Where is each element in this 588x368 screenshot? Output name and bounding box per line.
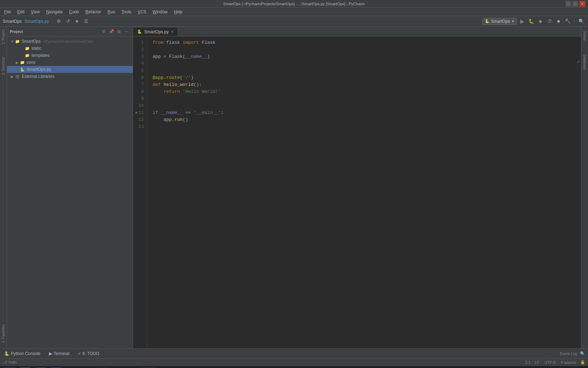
toolbar-separator-1 <box>52 18 52 25</box>
sview-strip-label[interactable]: SView <box>583 28 587 43</box>
tree-root[interactable]: ▼ 📁 SmartOps ~/PycharmProjects/SmartOps <box>7 38 133 45</box>
tree-templates[interactable]: 📁 templates <box>7 52 133 59</box>
tree-templates-label: templates <box>31 53 50 58</box>
search-everywhere-button[interactable]: 🔍 <box>578 18 585 25</box>
project-name-label: SmartOps <box>3 19 22 24</box>
settings-button[interactable]: ⚙ <box>55 18 63 25</box>
code-line-8: return 'Hello World!' <box>153 88 575 95</box>
menu-run[interactable]: Run <box>105 9 118 15</box>
menu-edit[interactable]: Edit <box>14 9 27 15</box>
build-button[interactable]: 🔨 <box>564 18 572 25</box>
event-log-label[interactable]: Event Log <box>560 352 577 356</box>
line-num-11-with-arrow: ▶ 11 <box>133 109 144 116</box>
maximize-button[interactable]: □ <box>573 1 578 7</box>
venv-folder-icon: 📁 <box>20 60 25 65</box>
database-strip-label[interactable]: Database <box>583 52 587 73</box>
title-bar: SmartOps [~/PycharmProjects/SmartOps] - … <box>0 0 588 8</box>
search-icon[interactable]: 🔍 <box>580 351 585 356</box>
tree-venv-label: venv <box>27 60 35 65</box>
menu-view[interactable]: View <box>28 9 43 15</box>
root-path-label: ~/PycharmProjects/SmartOps <box>42 39 93 43</box>
debug-button[interactable]: 🐛 <box>527 18 535 25</box>
run-config-icon: 🐍 <box>485 19 490 23</box>
tree-venv[interactable]: ▶ 📁 venv <box>7 59 133 66</box>
project-panel-header: Project ⚙ 📌 ⊞ ─ <box>7 27 133 36</box>
sync-button[interactable]: ↺ <box>64 18 72 25</box>
code-line-3: app = Flask(__name__) <box>153 53 575 60</box>
venv-arrow-icon: ▶ <box>15 61 20 64</box>
cursor-position-label: 2:1 <box>525 360 531 364</box>
favorites-strip-label[interactable]: 2: Favorites <box>1 322 5 346</box>
project-strip-label[interactable]: 1: Project <box>1 27 5 47</box>
stop-button[interactable]: ■ <box>555 18 562 25</box>
menu-window[interactable]: Window <box>150 9 170 15</box>
code-content[interactable]: from flask import Flask app = Flask(__na… <box>147 36 581 348</box>
line-num-5: 5 <box>133 67 144 74</box>
tab-close-button[interactable]: ✕ <box>171 30 174 34</box>
tree-smartops-py[interactable]: 🐍 SmartOps.py <box>7 66 133 73</box>
indent-label: 4 spaces <box>561 360 576 364</box>
ext-libs-arrow-icon: ▶ <box>10 75 15 79</box>
terminal-icon: ▶ <box>49 351 52 356</box>
bottom-bar: 🐍 Python Console ▶ Terminal ✓ 6: TODO Ev… <box>0 348 588 358</box>
project-collapse-button[interactable]: ─ <box>124 28 130 35</box>
tree-static[interactable]: 📁 static <box>7 45 133 52</box>
python-console-icon: 🐍 <box>4 351 9 356</box>
minimize-button[interactable]: ─ <box>566 1 571 7</box>
project-gear-button[interactable]: ⚙ <box>100 28 107 35</box>
git-branch-label: ⎇ main <box>3 360 17 364</box>
tab-smartops-py[interactable]: 🐍 SmartOps.py ✕ <box>133 27 178 36</box>
line-num-3: 3 <box>133 53 144 60</box>
code-line-9 <box>153 95 575 102</box>
menu-help[interactable]: Help <box>171 9 186 15</box>
line-num-10: 10 <box>133 102 144 109</box>
menu-vcs[interactable]: VCS <box>135 9 149 15</box>
window-controls: ─ □ ✕ <box>566 1 585 7</box>
line-numbers: 1 2 3 4 5 6 7 8 9 10 ▶ 11 12 13 <box>133 36 147 348</box>
project-file-label: SmartOps.py <box>24 19 49 24</box>
todo-tab[interactable]: ✓ 6: TODO <box>76 350 101 357</box>
code-line-6: @app.route('/') <box>153 74 575 81</box>
tree-root-label: SmartOps <box>22 39 41 44</box>
root-arrow-icon: ▼ <box>10 40 15 43</box>
code-line-2 <box>153 46 575 53</box>
window-title: SmartOps [~/PycharmProjects/SmartOps] - … <box>223 2 365 6</box>
code-line-7: def hello_world(): <box>153 81 575 88</box>
structure-strip-label[interactable]: 2: Structure <box>1 54 5 78</box>
code-line-5 <box>153 67 575 74</box>
project-expand-button[interactable]: ⊞ <box>116 28 122 35</box>
code-editor[interactable]: 1 2 3 4 5 6 7 8 9 10 ▶ 11 12 13 <box>133 36 581 348</box>
coverage-button[interactable]: ◈ <box>537 18 544 25</box>
tab-label: SmartOps.py <box>144 29 169 34</box>
editor-area: 🐍 SmartOps.py ✕ 1 2 3 4 5 6 7 8 9 10 ▶ <box>133 27 581 348</box>
todo-icon: ✓ <box>78 351 81 356</box>
run-button[interactable]: ▶ <box>518 18 526 25</box>
layout-button[interactable]: ☰ <box>82 18 90 25</box>
readonly-icon: 🔓 <box>580 360 585 364</box>
smartops-py-icon: 🐍 <box>20 67 25 72</box>
terminal-tab[interactable]: ▶ Terminal <box>48 350 71 357</box>
bookmark-button[interactable]: ★ <box>73 18 81 25</box>
run-gutter-icon[interactable]: ▶ <box>135 109 138 116</box>
root-folder-icon: 📁 <box>15 39 20 44</box>
run-config-label: SmartOps <box>491 19 510 24</box>
tree-smartops-py-label: SmartOps.py <box>27 67 51 72</box>
menu-file[interactable]: File <box>1 9 14 15</box>
menu-code[interactable]: Code <box>66 9 82 15</box>
project-panel-title: Project <box>10 29 23 34</box>
line-num-12: 12 <box>133 116 144 123</box>
project-tree: ▼ 📁 SmartOps ~/PycharmProjects/SmartOps … <box>7 36 133 348</box>
menu-navigate[interactable]: Navigate <box>43 9 65 15</box>
todo-label: 6: TODO <box>83 351 99 356</box>
python-console-tab[interactable]: 🐍 Python Console <box>3 350 42 357</box>
menu-refactor[interactable]: Refactor <box>83 9 104 15</box>
line-num-7: 7 <box>133 81 144 88</box>
close-button[interactable]: ✕ <box>580 1 585 7</box>
main-area: 1: Project 2: Structure 2: Favorites Pro… <box>0 27 588 348</box>
project-pin-button[interactable]: 📌 <box>108 28 114 35</box>
tree-ext-libs[interactable]: ▶ ⊞ External Libraries <box>7 73 133 80</box>
menu-tools[interactable]: Tools <box>119 9 134 15</box>
code-line-1: from flask import Flask <box>153 39 575 46</box>
profile-button[interactable]: ⏱ <box>546 18 553 25</box>
run-config-selector[interactable]: 🐍 SmartOps ▼ <box>482 18 517 25</box>
